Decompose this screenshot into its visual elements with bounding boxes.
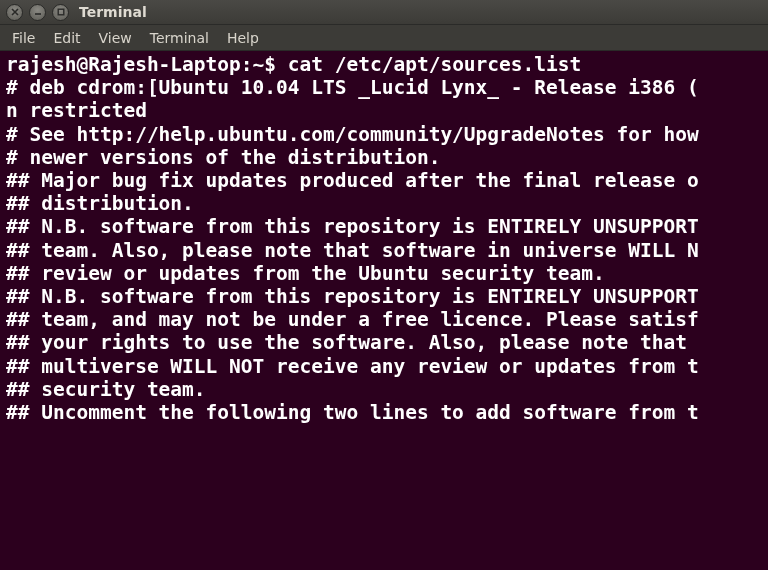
terminal-window: Terminal File Edit View Terminal Help ra…	[0, 0, 768, 570]
output-line: ## Uncomment the following two lines to …	[6, 401, 764, 424]
typed-command: cat /etc/apt/sources.list	[288, 53, 582, 76]
minimize-icon	[34, 8, 42, 16]
output-line: ## team, and may not be under a free lic…	[6, 308, 764, 331]
menubar: File Edit View Terminal Help	[0, 25, 768, 51]
output-line: n restricted	[6, 99, 764, 122]
maximize-button[interactable]	[52, 4, 69, 21]
menu-terminal[interactable]: Terminal	[142, 27, 217, 49]
output-line: ## N.B. software from this repository is…	[6, 215, 764, 238]
output-line: ## your rights to use the software. Also…	[6, 331, 764, 354]
output-line: ## security team.	[6, 378, 764, 401]
output-line: ## Major bug fix updates produced after …	[6, 169, 764, 192]
output-line: # deb cdrom:[Ubuntu 10.04 LTS _Lucid Lyn…	[6, 76, 764, 99]
close-button[interactable]	[6, 4, 23, 21]
output-line: ## distribution.	[6, 192, 764, 215]
menu-view[interactable]: View	[91, 27, 140, 49]
maximize-icon	[57, 8, 65, 16]
window-controls	[6, 4, 69, 21]
output-line: # See http://help.ubuntu.com/community/U…	[6, 123, 764, 146]
output-line: ## team. Also, please note that software…	[6, 239, 764, 262]
window-title: Terminal	[79, 4, 147, 20]
output-line: ## N.B. software from this repository is…	[6, 285, 764, 308]
output-line: # newer versions of the distribution.	[6, 146, 764, 169]
svg-rect-0	[58, 9, 64, 15]
menu-edit[interactable]: Edit	[45, 27, 88, 49]
close-icon	[11, 8, 19, 16]
terminal-viewport[interactable]: rajesh@Rajesh-Laptop:~$ cat /etc/apt/sou…	[0, 51, 768, 570]
minimize-button[interactable]	[29, 4, 46, 21]
titlebar[interactable]: Terminal	[0, 0, 768, 25]
output-line: ## review or updates from the Ubuntu sec…	[6, 262, 764, 285]
prompt: rajesh@Rajesh-Laptop:~$	[6, 53, 288, 76]
menu-file[interactable]: File	[4, 27, 43, 49]
menu-help[interactable]: Help	[219, 27, 267, 49]
output-line: ## multiverse WILL NOT receive any revie…	[6, 355, 764, 378]
command-line: rajesh@Rajesh-Laptop:~$ cat /etc/apt/sou…	[6, 53, 764, 76]
